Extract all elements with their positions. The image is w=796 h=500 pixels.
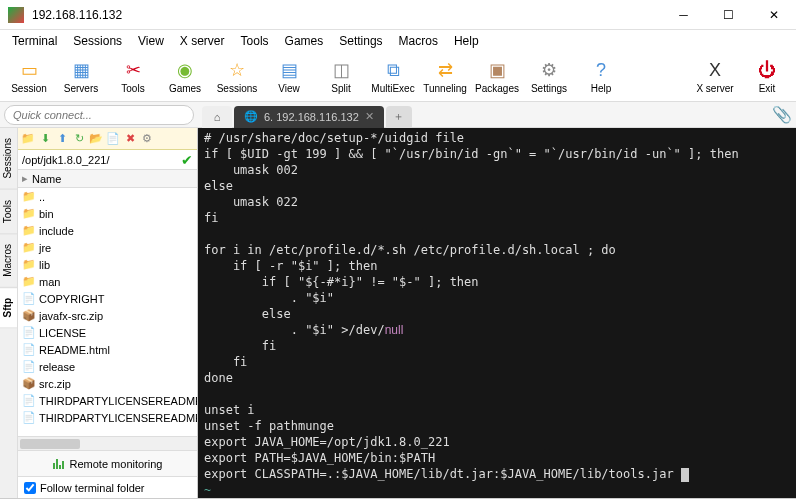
menu-macros[interactable]: Macros [391,32,446,50]
exit-button[interactable]: ⏻Exit [742,54,792,100]
remote-monitoring-button[interactable]: Remote monitoring [18,450,197,476]
settings-icon: ⚙ [538,59,560,81]
check-icon: ✔ [177,152,197,168]
html-icon: 📄 [22,343,36,357]
file-row[interactable]: 📄THIRDPARTYLICENSEREADME- [18,392,197,409]
sftp-upload-icon[interactable]: ⬆ [55,132,69,146]
settings-button[interactable]: ⚙Settings [524,54,574,100]
sessions-icon: ☆ [226,59,248,81]
sidetab-macros[interactable]: Macros [0,234,17,288]
menu-tools[interactable]: Tools [233,32,277,50]
menubar: TerminalSessionsViewX serverToolsGamesSe… [0,30,796,52]
menu-terminal[interactable]: Terminal [4,32,65,50]
home-tab[interactable]: ⌂ [202,106,232,128]
file-list[interactable]: 📁..📁bin📁include📁jre📁lib📁man📄COPYRIGHT📦ja… [18,188,197,436]
sftp-path-input[interactable] [18,151,177,169]
view-icon: ▤ [278,59,300,81]
folder-icon: 📁 [22,241,36,255]
file-row[interactable]: 📄COPYRIGHT [18,290,197,307]
sftp-panel: 📁 ⬇ ⬆ ↻ 📂 📄 ✖ ⚙ ✔ ▸ Name 📁..📁bin📁include… [18,128,198,498]
minimize-button[interactable]: ─ [661,0,706,30]
multiexec-button[interactable]: ⧉MultiExec [368,54,418,100]
servers-button[interactable]: ▦Servers [56,54,106,100]
maximize-button[interactable]: ☐ [706,0,751,30]
folder-icon: 📁 [22,258,36,272]
menu-view[interactable]: View [130,32,172,50]
side-tabs: SessionsToolsMacrosSftp [0,128,18,498]
xserver-icon: X [704,59,726,81]
h-scrollbar[interactable] [18,436,197,450]
tab-close-icon[interactable]: ✕ [365,110,374,123]
globe-icon: 🌐 [244,110,258,123]
close-button[interactable]: ✕ [751,0,796,30]
tab-label: 6. 192.168.116.132 [264,111,359,123]
tunneling-icon: ⇄ [434,59,456,81]
tools-icon: ✂ [122,59,144,81]
split-button[interactable]: ◫Split [316,54,366,100]
paperclip-icon[interactable]: 📎 [772,105,792,124]
sidetab-sftp[interactable]: Sftp [0,288,17,328]
file-icon: 📄 [22,394,36,408]
file-row[interactable]: 📁man [18,273,197,290]
help-icon: ? [590,59,612,81]
main-area: SessionsToolsMacrosSftp 📁 ⬇ ⬆ ↻ 📂 📄 ✖ ⚙ … [0,128,796,498]
menu-x-server[interactable]: X server [172,32,233,50]
view-button[interactable]: ▤View [264,54,314,100]
toolbar: ▭Session▦Servers✂Tools◉Games☆Sessions▤Vi… [0,52,796,102]
file-header[interactable]: ▸ Name [18,170,197,188]
folder-icon: 📁 [22,224,36,238]
zip-icon: 📦 [22,377,36,391]
file-row[interactable]: 📄README.html [18,341,197,358]
sftp-refresh-icon[interactable]: ↻ [72,132,86,146]
games-icon: ◉ [174,59,196,81]
titlebar: 192.168.116.132 ─ ☐ ✕ [0,0,796,30]
sftp-toolbar: 📁 ⬇ ⬆ ↻ 📂 📄 ✖ ⚙ [18,128,197,150]
window-title: 192.168.116.132 [32,8,661,22]
sidetab-tools[interactable]: Tools [0,190,17,234]
menu-games[interactable]: Games [277,32,332,50]
multiexec-icon: ⧉ [382,59,404,81]
session-button[interactable]: ▭Session [4,54,54,100]
file-row[interactable]: 📦javafx-src.zip [18,307,197,324]
file-row[interactable]: 📦src.zip [18,375,197,392]
terminal-tab[interactable]: 🌐 6. 192.168.116.132 ✕ [234,106,384,128]
packages-button[interactable]: ▣Packages [472,54,522,100]
sftp-download-icon[interactable]: ⬇ [38,132,52,146]
file-row[interactable]: 📁lib [18,256,197,273]
folder-icon: 📁 [22,275,36,289]
tools-button[interactable]: ✂Tools [108,54,158,100]
packages-icon: ▣ [486,59,508,81]
sessions-button[interactable]: ☆Sessions [212,54,262,100]
tunneling-button[interactable]: ⇄Tunneling [420,54,470,100]
file-row[interactable]: 📁include [18,222,197,239]
file-row[interactable]: 📁jre [18,239,197,256]
help-button[interactable]: ?Help [576,54,626,100]
sftp-up-icon[interactable]: 📁 [21,132,35,146]
file-row[interactable]: 📁.. [18,188,197,205]
session-icon: ▭ [18,59,40,81]
file-row[interactable]: 📄LICENSE [18,324,197,341]
file-row[interactable]: 📄THIRDPARTYLICENSEREADME. [18,409,197,426]
zip-icon: 📦 [22,309,36,323]
games-button[interactable]: ◉Games [160,54,210,100]
quick-connect-input[interactable] [4,105,194,125]
sidetab-sessions[interactable]: Sessions [0,128,17,190]
quickbar: ⌂ 🌐 6. 192.168.116.132 ✕ ＋ 📎 [0,102,796,128]
menu-settings[interactable]: Settings [331,32,390,50]
file-row[interactable]: 📄release [18,358,197,375]
terminal[interactable]: # /usr/share/doc/setup-*/uidgid file if … [198,128,796,498]
follow-checkbox[interactable] [24,482,36,494]
file-row[interactable]: 📁bin [18,205,197,222]
exit-icon: ⏻ [756,59,778,81]
sftp-settings-icon[interactable]: ⚙ [140,132,154,146]
sftp-newfile-icon[interactable]: 📄 [106,132,120,146]
bars-icon [53,459,64,469]
menu-help[interactable]: Help [446,32,487,50]
expand-icon: ▸ [22,172,28,185]
new-tab-button[interactable]: ＋ [386,106,412,128]
sftp-newfolder-icon[interactable]: 📂 [89,132,103,146]
menu-sessions[interactable]: Sessions [65,32,130,50]
sftp-pathbar: ✔ [18,150,197,170]
sftp-delete-icon[interactable]: ✖ [123,132,137,146]
xserver-button[interactable]: XX server [690,54,740,100]
